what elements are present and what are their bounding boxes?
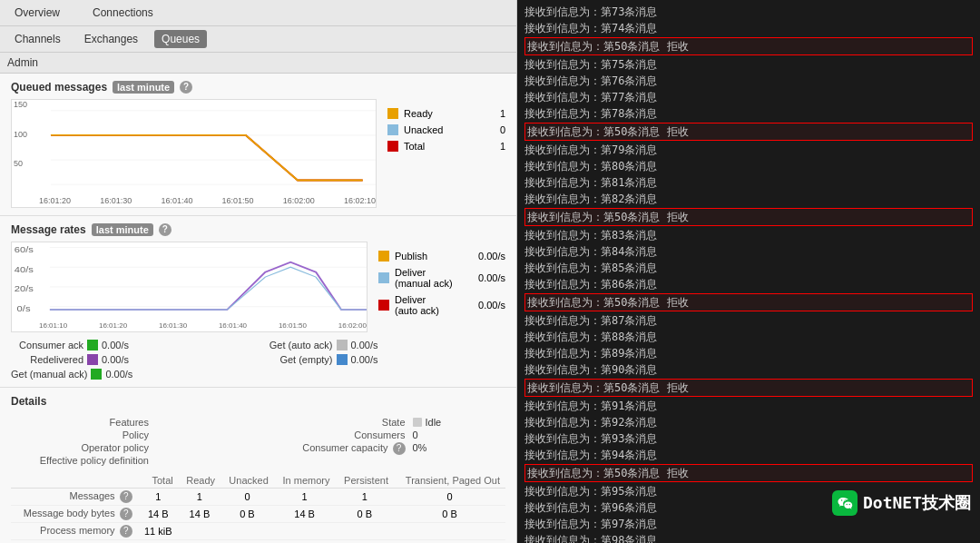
terminal-line: 接收到信息为：第79条消息: [524, 142, 973, 158]
rates-legend: Publish 0.00/s Deliver(manual ack) 0.00/…: [378, 242, 505, 332]
nav-exchanges[interactable]: Exchanges: [77, 30, 145, 48]
nav-queues[interactable]: Queues: [154, 30, 207, 48]
state-idle-dot: [413, 418, 422, 427]
body-bytes-transient: 0 B: [394, 506, 505, 523]
terminal-line: 接收到信息为：第77条消息: [524, 89, 973, 105]
consumers-value: 0: [413, 429, 418, 440]
rate-stats: Consumer ack 0.00/s Get (auto ack) 0.00/…: [11, 340, 505, 380]
terminal-line: 接收到信息为：第88条消息: [524, 329, 973, 345]
operator-policy-row: Operator policy: [11, 442, 250, 453]
get-empty-value: 0.00/s: [351, 354, 378, 365]
effective-policy-label: Effective policy definition: [11, 455, 156, 466]
publish-label: Publish: [395, 251, 427, 262]
queued-messages-help[interactable]: ?: [180, 81, 192, 94]
terminal-line: 接收到信息为：第91条消息: [524, 398, 973, 414]
features-label: Features: [11, 417, 156, 428]
get-auto-dot: [337, 340, 348, 350]
consumer-capacity-help[interactable]: ?: [393, 442, 406, 455]
publish-color: [378, 251, 389, 262]
details-table: Total Ready Unacked In memory Persistent…: [11, 473, 505, 540]
rates-chart-svg: 60/s 40/s 20/s 0/s: [12, 242, 367, 331]
messages-ready: 1: [179, 489, 220, 506]
total-color: [387, 141, 398, 152]
redelivered-value: 0.00/s: [102, 354, 129, 365]
process-memory-total: 11 kiB: [138, 523, 179, 540]
watermark: DotNET技术圈: [832, 490, 971, 516]
queued-messages-title: Queued messages last minute ?: [11, 81, 505, 94]
queued-messages-badge: last minute: [113, 81, 174, 94]
svg-text:60/s: 60/s: [15, 245, 34, 254]
terminal-line: 接收到信息为：第75条消息: [524, 56, 973, 73]
th-ready: Ready: [179, 473, 220, 489]
features-row: Features: [11, 417, 250, 428]
message-rates-title: Message rates last minute ?: [11, 223, 505, 236]
message-rates-help[interactable]: ?: [159, 223, 172, 236]
message-rates-chart: 60/s 40/s 20/s 0/s 16:01:10 16:01:20 16:…: [11, 242, 368, 332]
terminal-line: 接收到信息为：第86条消息: [524, 276, 973, 292]
redelivered-dot: [87, 354, 98, 365]
legend-publish: Publish 0.00/s: [378, 251, 505, 262]
unacked-label: Unacked: [404, 124, 443, 135]
consumer-capacity-value: 0%: [413, 442, 427, 455]
messages-help[interactable]: ?: [120, 490, 132, 503]
terminal-line: 接收到信息为：第98条消息: [524, 532, 973, 543]
terminal-line: 接收到信息为：第50条消息 拒收: [524, 37, 973, 55]
wechat-icon: [832, 490, 858, 516]
queued-chart-svg: [12, 100, 376, 207]
message-body-bytes-label: Message body bytes ?: [11, 506, 138, 523]
terminal-line: 接收到信息为：第50条消息 拒收: [524, 464, 973, 482]
process-memory-help[interactable]: ?: [120, 525, 132, 538]
nav-overview[interactable]: Overview: [7, 4, 67, 22]
terminal-line: 接收到信息为：第50条消息 拒收: [524, 379, 973, 397]
body-bytes-unacked: 0 B: [220, 506, 274, 523]
process-memory-unacked: [220, 523, 274, 540]
effective-policy-row: Effective policy definition: [11, 455, 250, 466]
terminal-line: 接收到信息为：第84条消息: [524, 243, 973, 260]
queued-messages-section: Queued messages last minute ? 150 100 50: [0, 74, 516, 216]
th-total: Total: [138, 473, 179, 489]
details-info-right: State Idle Consumers 0 Consumer capacity…: [268, 413, 506, 469]
queued-messages-chart-container: 150 100 50 16:01:20: [11, 99, 505, 208]
consumers-row: Consumers 0: [268, 429, 506, 440]
terminal-line: 接收到信息为：第50条消息 拒收: [524, 293, 973, 311]
messages-in-memory: 1: [274, 489, 336, 506]
nav-connections[interactable]: Connections: [85, 4, 161, 22]
deliver-manual-value: 0.00/s: [469, 272, 505, 283]
body-bytes-help[interactable]: ?: [120, 508, 132, 520]
messages-label: Messages ?: [11, 489, 138, 506]
process-memory-transient: [394, 523, 505, 540]
deliver-auto-color: [378, 300, 389, 311]
body-bytes-ready: 14 B: [179, 506, 220, 523]
message-rates-chart-container: 60/s 40/s 20/s 0/s 16:01:10 16:01:20 16:…: [11, 242, 505, 332]
y-labels: 150 100 50: [14, 100, 27, 189]
terminal-line: 接收到信息为：第90条消息: [524, 361, 973, 378]
details-main: Features Policy Operator policy Effectiv…: [11, 413, 505, 469]
queued-messages-chart: 150 100 50 16:01:20: [11, 99, 377, 208]
ready-color: [387, 108, 398, 119]
process-memory-row: Process memory ? 11 kiB: [11, 523, 505, 540]
operator-policy-label: Operator policy: [11, 442, 156, 453]
details-title: Details: [11, 395, 505, 408]
legend-deliver-auto: Deliver(auto ack) 0.00/s: [378, 294, 505, 316]
message-body-bytes-row: Message body bytes ? 14 B 14 B 0 B 14 B …: [11, 506, 505, 523]
queued-messages-label: Queued messages: [11, 81, 107, 94]
terminal-line: 接收到信息为：第78条消息: [524, 105, 973, 122]
svg-text:40/s: 40/s: [15, 265, 34, 274]
nav-channels[interactable]: Channels: [7, 30, 68, 48]
queued-legend: Ready 1 Unacked 0 Total 1: [387, 99, 505, 208]
th-transient: Transient, Paged Out: [394, 473, 505, 489]
stat-get-manual-ack: Get (manual ack) 0.00/s: [11, 369, 257, 380]
terminal-line: 接收到信息为：第83条消息: [524, 227, 973, 243]
left-panel: Overview Connections Channels Exchanges …: [0, 0, 517, 543]
nav-admin[interactable]: Admin: [0, 53, 516, 73]
process-memory-label: Process memory ?: [11, 523, 138, 540]
deliver-manual-label: Deliver(manual ack): [395, 267, 453, 289]
get-manual-dot: [91, 369, 102, 380]
messages-unacked: 0: [220, 489, 274, 506]
terminal-line: 接收到信息为：第92条消息: [524, 414, 973, 430]
svg-text:0/s: 0/s: [17, 304, 31, 313]
message-rates-badge: last minute: [92, 223, 153, 236]
consumer-capacity-label: Consumer capacity ?: [268, 442, 413, 455]
get-manual-value: 0.00/s: [105, 369, 132, 380]
process-memory-persistent: [336, 523, 394, 540]
